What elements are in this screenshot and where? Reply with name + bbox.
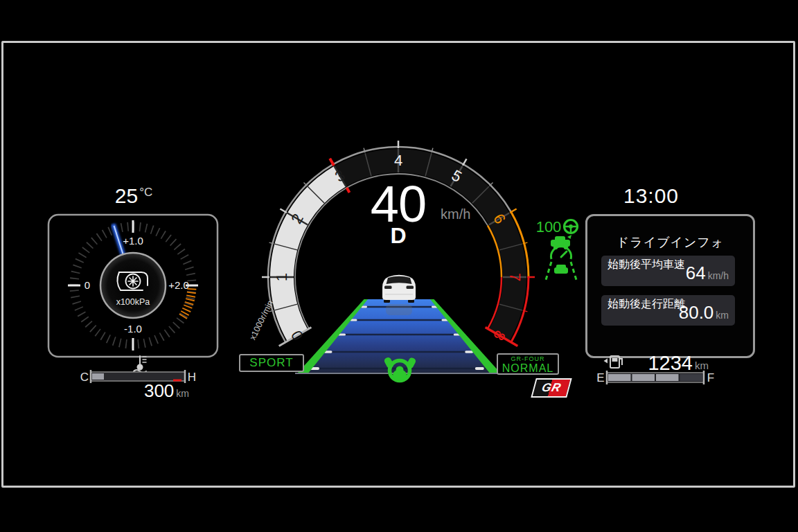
drive-info-label: 始動後平均車速 — [608, 258, 685, 272]
driver-assist-indicators: 100 — [530, 213, 594, 283]
boost-label-right: +2.0 — [168, 279, 189, 291]
fuel-label-full: F — [707, 371, 714, 384]
fuel-range-value: 1234 — [648, 352, 693, 374]
boost-label-left: 0 — [85, 279, 90, 291]
drive-info-row-average-speed: 始動後平均車速 64km/h — [601, 256, 735, 286]
lane-assist-wheel-icon — [565, 220, 578, 233]
drive-info-panel: ドライブインフォ 始動後平均車速 64km/h 始動後走行距離 80.0km — [585, 214, 755, 358]
drive-info-title: ドライブインフォ — [587, 234, 753, 251]
speed-unit: km/h — [441, 206, 489, 222]
clock: 13:00 — [603, 184, 700, 208]
drive-info-row-distance: 始動後走行距離 80.0km — [601, 295, 735, 326]
drive-mode-badge: SPORT — [239, 354, 304, 372]
outside-temperature: 25°C — [82, 184, 186, 208]
boost-label-bottom: -1.0 — [124, 323, 142, 335]
odometer-unit: km — [176, 388, 189, 399]
coolant-temp-icon — [134, 356, 146, 373]
gr-logo: GR — [531, 378, 572, 398]
fuel-label-empty: E — [596, 371, 604, 384]
fuel-pump-icon — [604, 356, 623, 368]
boost-gauge: +1.0 0 +2.0 -1.0 x100kPa — [47, 213, 219, 358]
awd-system-label: GR-FOUR — [498, 356, 558, 362]
drive-info-label: 始動後走行距離 — [608, 297, 685, 312]
boost-label-top: +1.0 — [123, 235, 143, 247]
drive-info-value: 64 — [686, 263, 706, 283]
fuel-range-unit: km — [695, 360, 709, 371]
road-scene — [295, 275, 503, 381]
radar-cruise-icon — [546, 235, 576, 280]
drive-info-unit: km — [716, 310, 729, 321]
svg-text:1: 1 — [273, 273, 290, 281]
car-icon — [382, 275, 416, 303]
tach-unit-label: x1000r/min — [248, 299, 276, 342]
coolant-bar-fill — [92, 373, 104, 380]
assist-set-speed: 100 — [536, 218, 562, 236]
svg-text:7: 7 — [506, 273, 524, 281]
car-reflection — [386, 304, 412, 315]
outside-temperature-value: 25 — [115, 184, 138, 207]
awd-mode-label: NORMAL — [498, 363, 558, 374]
drive-info-unit: km/h — [708, 270, 729, 281]
svg-text:4: 4 — [394, 152, 402, 169]
instrument-cluster: { "cluster": { "left": { "outside_temp":… — [0, 0, 798, 532]
boost-unit-label: x100kPa — [116, 297, 150, 307]
outside-temperature-unit: °C — [139, 186, 152, 199]
gear-indicator: D — [374, 223, 423, 249]
fuel-gauge: 1234 km E F — [596, 348, 720, 387]
drive-info-value: 80.0 — [679, 302, 714, 323]
odometer-value: 300 — [144, 380, 174, 401]
awd-mode-badge: GR-FOUR NORMAL — [497, 353, 559, 375]
odometer: 300km — [87, 380, 189, 402]
